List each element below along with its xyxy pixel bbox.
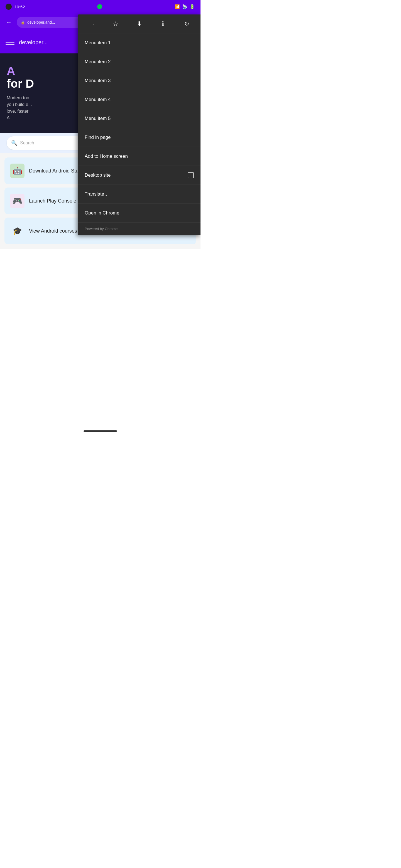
open-in-chrome-item[interactable]: Open in Chrome xyxy=(78,204,200,223)
menu-item-2[interactable]: Menu item 2 xyxy=(78,52,200,71)
menu-item-1-label: Menu item 1 xyxy=(85,40,111,45)
menu-info-button[interactable]: ℹ xyxy=(156,17,170,31)
menu-item-2-label: Menu item 2 xyxy=(85,59,111,65)
add-to-home-label: Add to Home screen xyxy=(85,154,128,159)
menu-item-5[interactable]: Menu item 5 xyxy=(78,109,200,128)
menu-item-4-label: Menu item 4 xyxy=(85,97,111,102)
desktop-site-item[interactable]: Desktop site xyxy=(78,166,200,185)
add-to-home-item[interactable]: Add to Home screen xyxy=(78,147,200,166)
find-in-page-item[interactable]: Find in page xyxy=(78,128,200,147)
open-in-chrome-label: Open in Chrome xyxy=(85,210,119,216)
menu-toolbar: → ☆ ⬇ ℹ ↻ xyxy=(78,14,200,33)
menu-item-4[interactable]: Menu item 4 xyxy=(78,90,200,109)
translate-item[interactable]: Translate… xyxy=(78,185,200,204)
menu-item-3-label: Menu item 3 xyxy=(85,78,111,84)
menu-star-button[interactable]: ☆ xyxy=(108,17,123,31)
context-menu-overlay: → ☆ ⬇ ℹ ↻ Menu item 1 Menu item 2 Menu i… xyxy=(0,0,200,434)
menu-footer-text: Powered by Chrome xyxy=(85,227,118,231)
download-icon: ⬇ xyxy=(137,20,142,28)
desktop-site-checkbox[interactable] xyxy=(188,172,194,178)
menu-download-button[interactable]: ⬇ xyxy=(132,17,146,31)
menu-refresh-button[interactable]: ↻ xyxy=(179,17,194,31)
context-menu-panel: → ☆ ⬇ ℹ ↻ Menu item 1 Menu item 2 Menu i… xyxy=(78,14,200,235)
find-in-page-label: Find in page xyxy=(85,135,111,140)
star-icon: ☆ xyxy=(113,20,118,28)
refresh-icon: ↻ xyxy=(184,20,189,28)
desktop-site-label: Desktop site xyxy=(85,173,111,178)
menu-footer: Powered by Chrome xyxy=(78,223,200,235)
menu-item-5-label: Menu item 5 xyxy=(85,116,111,121)
info-icon: ℹ xyxy=(162,20,164,28)
forward-icon: → xyxy=(89,20,95,28)
translate-label: Translate… xyxy=(85,191,109,197)
menu-forward-button[interactable]: → xyxy=(85,17,99,31)
menu-item-3[interactable]: Menu item 3 xyxy=(78,71,200,90)
menu-item-1[interactable]: Menu item 1 xyxy=(78,33,200,52)
